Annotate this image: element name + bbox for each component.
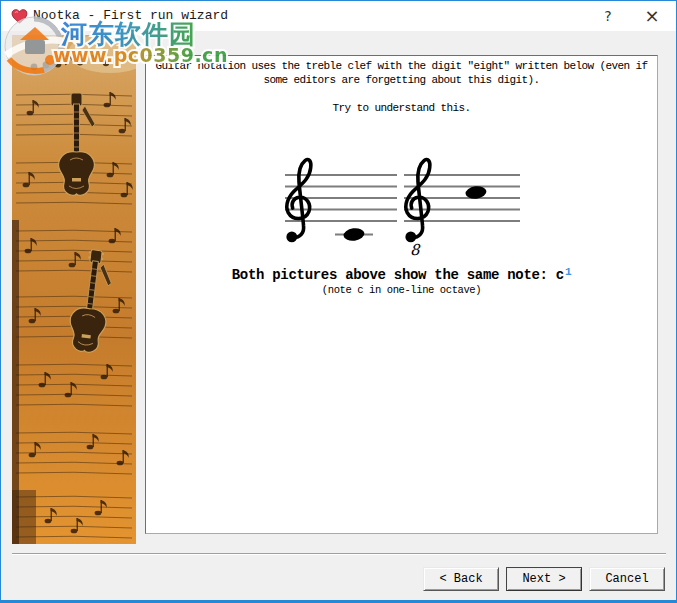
guitar-pins-photo — [12, 35, 136, 544]
cancel-button[interactable]: Cancel — [589, 567, 665, 591]
close-button[interactable]: × — [636, 1, 668, 31]
music-notation-image: 8 — [277, 141, 527, 259]
title-bar[interactable]: Nootka - First run wizard ? × — [1, 1, 676, 31]
sidebar-image — [12, 35, 136, 544]
explanation-text: Guitar notation uses the treble clef wit… — [151, 59, 652, 87]
treble-clef-right — [405, 159, 429, 242]
wizard-window: Nootka - First run wizard ? × — [0, 0, 677, 603]
nootka-heart-icon — [11, 8, 28, 24]
separator-line — [12, 553, 666, 555]
back-button[interactable]: < Back — [423, 567, 499, 591]
note-c1-left — [342, 227, 365, 242]
octave-eight-digit: 8 — [410, 241, 421, 259]
caption-text: Both pictures above show the same note: … — [146, 266, 657, 283]
next-button[interactable]: Next > — [506, 567, 582, 591]
caption-subtext: (note c in one-line octave) — [146, 284, 657, 296]
treble-clef-left — [286, 159, 310, 242]
wizard-page: Guitar notation uses the treble clef wit… — [145, 55, 658, 534]
octave-superscript: 1 — [565, 266, 571, 278]
help-button[interactable]: ? — [592, 1, 624, 31]
window-title: Nootka - First run wizard — [33, 1, 228, 31]
prompt-text: Try to understand this. — [146, 102, 657, 114]
